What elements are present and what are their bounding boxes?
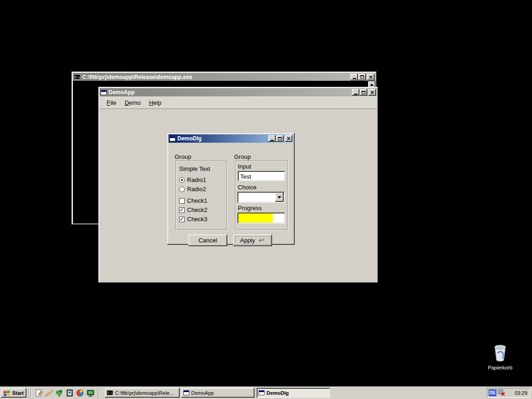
- recycle-bin-icon: [492, 344, 508, 363]
- menu-file[interactable]: File: [103, 98, 121, 108]
- radio1-option[interactable]: Radio1: [179, 176, 206, 183]
- check1-label: Check1: [187, 197, 207, 204]
- window-icon: [183, 390, 189, 395]
- recycle-bin-label: Papierkorb: [482, 365, 518, 370]
- choice-dropdown-button[interactable]: [275, 193, 284, 202]
- quicklaunch-colored-ball-icon[interactable]: [75, 388, 85, 398]
- check2-control[interactable]: [179, 207, 185, 213]
- radio2-control[interactable]: [179, 187, 185, 192]
- system-tray: DE 03:29: [487, 388, 530, 398]
- left-groupbox: Simple Text Radio1 Radio2 Check1 Check2: [175, 161, 227, 230]
- menu-demo[interactable]: Demo: [121, 98, 145, 108]
- taskbar: Start C:\ C:\fltk\prj\demoapp\Rele...: [0, 387, 532, 399]
- start-button-label: Start: [12, 390, 24, 396]
- quicklaunch-address-book-icon[interactable]: [65, 388, 74, 398]
- cancel-button-label: Cancel: [199, 237, 217, 244]
- minimize-button[interactable]: [268, 135, 276, 142]
- network-offline-icon[interactable]: [498, 389, 505, 396]
- start-button[interactable]: Start: [1, 388, 26, 398]
- radio1-control[interactable]: [179, 177, 185, 183]
- check3-control[interactable]: [179, 217, 185, 222]
- minimize-icon: [354, 94, 357, 95]
- maximize-icon: [278, 137, 282, 140]
- taskbar-grip[interactable]: [28, 388, 29, 398]
- simple-text-label: Simple Text: [179, 165, 210, 172]
- minimize-icon: [353, 78, 356, 79]
- radio1-label: Radio1: [187, 176, 206, 183]
- check2-label: Check2: [187, 206, 207, 213]
- taskbar-clock: 03:29: [514, 390, 527, 396]
- check1-option[interactable]: Check1: [179, 197, 207, 204]
- radio2-option[interactable]: Radio2: [179, 186, 206, 193]
- task-button-demoapp[interactable]: DemoApp: [181, 388, 254, 398]
- maximize-button[interactable]: [360, 89, 367, 96]
- minimize-button[interactable]: [351, 74, 358, 80]
- right-groupbox: Input Choice Progress: [235, 161, 288, 230]
- window-icon: [259, 390, 265, 395]
- task-button-label: DemoDlg: [266, 390, 289, 396]
- minimize-icon: [271, 140, 274, 141]
- quicklaunch-hand-writing-icon[interactable]: [44, 388, 54, 398]
- demodlg-titlebar[interactable]: DemoDlg ×: [169, 134, 293, 143]
- close-icon: ×: [370, 90, 375, 95]
- apply-button-label: Apply: [240, 237, 255, 244]
- window-icon: [101, 90, 107, 95]
- task-button-label: C:\fltk\prj\demoapp\Rele...: [115, 390, 174, 396]
- maximize-button[interactable]: [358, 74, 366, 80]
- cancel-button[interactable]: Cancel: [188, 235, 227, 246]
- console-icon: C:\: [107, 390, 113, 395]
- arrow-up-icon: [370, 84, 374, 86]
- demoapp-title: DemoApp: [109, 89, 351, 96]
- radio2-label: Radio2: [187, 186, 206, 193]
- check3-option[interactable]: Check3: [179, 216, 207, 223]
- chevron-down-icon: [278, 196, 281, 199]
- menubar: File Demo Help: [100, 97, 377, 109]
- demodlg-content: Group Simple Text Radio1 Radio2 Check1: [169, 143, 293, 243]
- progress-label: Progress: [238, 205, 262, 212]
- progress-bar: [237, 212, 285, 224]
- windows-logo-icon: [3, 390, 11, 396]
- progress-bar-fill: [238, 213, 273, 223]
- right-group-label: Group: [234, 153, 251, 160]
- menu-help[interactable]: Help: [145, 98, 166, 108]
- check3-label: Check3: [187, 216, 207, 223]
- maximize-button[interactable]: [276, 135, 284, 142]
- demodlg-title: DemoDlg: [177, 135, 268, 142]
- window-icon: [169, 136, 175, 141]
- maximize-icon: [360, 75, 364, 79]
- recycle-bin-shortcut[interactable]: Papierkorb: [482, 344, 518, 370]
- console-icon: C:\: [74, 74, 80, 79]
- check2-option[interactable]: Check2: [179, 206, 207, 213]
- demodlg-window: DemoDlg × Group Simple Text Radio1 Radio…: [167, 133, 295, 245]
- input-label: Input: [238, 163, 251, 170]
- language-indicator[interactable]: DE: [489, 389, 496, 396]
- apply-button[interactable]: Apply: [233, 235, 272, 246]
- quicklaunch-compose-page-icon[interactable]: [34, 388, 43, 398]
- task-button-demodlg[interactable]: DemoDlg: [257, 388, 330, 398]
- close-button[interactable]: ×: [367, 74, 375, 80]
- console-title: C:\fltk\prj\demoapp\Release\demoapp.exe: [82, 74, 350, 80]
- choice-label: Choice: [238, 184, 256, 191]
- task-button-console[interactable]: C:\ C:\fltk\prj\demoapp\Rele...: [105, 388, 180, 398]
- task-button-label: DemoApp: [191, 390, 214, 396]
- input-field[interactable]: [238, 171, 285, 181]
- demoapp-titlebar[interactable]: DemoApp ×: [100, 88, 377, 97]
- taskbar-separator: [98, 388, 99, 398]
- quicklaunch-monitor-globe-icon[interactable]: [86, 388, 95, 398]
- close-icon: ×: [369, 75, 373, 79]
- minimize-button[interactable]: [352, 89, 359, 96]
- desktop: C:\ C:\fltk\prj\demoapp\Release\demoapp.…: [0, 0, 532, 399]
- maximize-icon: [362, 91, 365, 94]
- quicklaunch-green-tree-icon[interactable]: [54, 388, 64, 398]
- taskbar-separator: [30, 388, 31, 398]
- check1-control[interactable]: [179, 198, 185, 204]
- left-group-label: Group: [175, 153, 191, 160]
- close-button[interactable]: ×: [285, 135, 292, 142]
- console-titlebar[interactable]: C:\ C:\fltk\prj\demoapp\Release\demoapp.…: [73, 73, 375, 81]
- choice-dropdown[interactable]: [237, 192, 284, 203]
- close-icon: ×: [286, 136, 291, 141]
- return-arrow-icon: [258, 238, 265, 243]
- close-button[interactable]: ×: [369, 89, 376, 96]
